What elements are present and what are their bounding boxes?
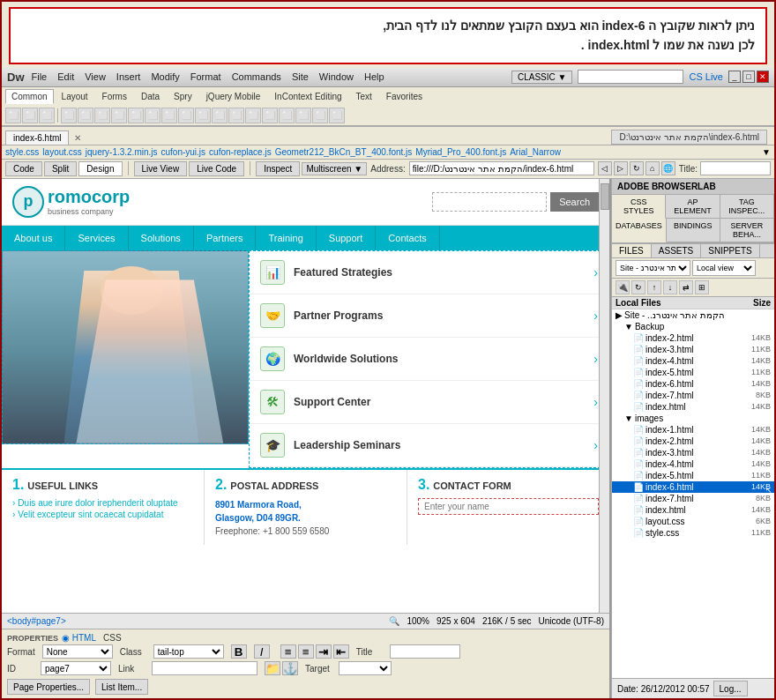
sidebar-support[interactable]: 🛠 Support Center › [250,381,608,424]
tab-assets[interactable]: ASSETS [652,244,701,257]
tree-index7[interactable]: 📄 index-7.html 8KB [612,493,774,504]
view-code[interactable]: Code [5,161,42,176]
addr-back-btn[interactable]: ◁ [598,161,612,175]
view-select[interactable]: Local view [692,260,756,276]
tb-icon-7[interactable]: ⬜ [111,108,127,123]
tab-forms[interactable]: Forms [96,89,133,104]
tab-bindings[interactable]: BINDINGS [667,219,720,242]
nav-about[interactable]: About us [2,226,65,250]
tb-icon-11[interactable]: ⬜ [178,108,194,123]
tab-data[interactable]: Data [135,89,166,104]
title-search-input[interactable] [578,70,683,84]
menu-format[interactable]: Format [190,71,221,82]
tree-index5[interactable]: 📄 index-5.html 11KB [612,470,774,481]
nav-contacts[interactable]: Contacts [376,226,439,250]
format-select[interactable]: None [42,644,113,659]
tab-text[interactable]: Text [350,89,378,104]
view-design[interactable]: Design [78,161,122,176]
menu-modify[interactable]: Modify [151,71,179,82]
menu-view[interactable]: View [85,71,106,82]
tree-index1[interactable]: 📄 index-1.html 14KB [612,424,774,436]
script-myriad[interactable]: Myriad_Pro_400.font.js [415,147,506,157]
contact-name-input[interactable] [418,498,599,515]
script-geometr[interactable]: Geometr212_BkCn_BT_400.font.js [275,147,413,157]
tree-site-root[interactable]: ▶ Site - ..הקמת אתר אינטרנ [612,309,774,321]
tb-icon-6[interactable]: ⬜ [94,108,110,123]
tb-icon-20[interactable]: ⬜ [329,108,345,123]
view-live-code[interactable]: Live Code [189,161,244,176]
sidebar-worldwide[interactable]: 🌍 Worldwide Solutions › [250,338,608,381]
nav-partners[interactable]: Partners [194,226,257,250]
connect-btn[interactable]: 🔌 [616,280,630,294]
multiscreen-button[interactable]: Multiscreen ▼ [302,162,367,175]
indent-button[interactable]: ⇥ [316,644,332,659]
close-file-tab-icon[interactable]: ✕ [69,131,86,145]
stylesheet-style[interactable]: style.css [5,147,39,157]
footer-link-1[interactable]: Duis aue irure dolor irephenderit olupta… [12,498,193,508]
addr-home-btn[interactable]: ⌂ [645,161,660,175]
tb-icon-1[interactable]: ⬜ [5,108,21,123]
address-input[interactable] [409,161,594,175]
target-select[interactable] [339,661,392,675]
bold-button[interactable]: B [231,644,247,659]
tree-index7-backup[interactable]: 📄 index-7.html 8KB [612,390,774,401]
list-item-button[interactable]: List Item... [95,679,148,695]
menu-commands[interactable]: Commands [232,71,281,82]
minimize-button[interactable]: _ [728,71,741,83]
tree-index3[interactable]: 📄 index-3.html 14KB [612,447,774,458]
html-tab[interactable]: ◉ HTML [62,633,96,643]
tab-css-styles[interactable]: CSS STYLES [612,195,666,219]
sidebar-featured[interactable]: 📊 Featured Strategies › [250,251,608,294]
css-tab[interactable]: CSS [103,633,122,643]
view-split[interactable]: Split [44,161,77,176]
menu-window[interactable]: Window [319,71,354,82]
get-btn[interactable]: ↓ [663,280,677,294]
menu-edit[interactable]: Edit [57,71,74,82]
script-jquery[interactable]: jquery-1.3.2.min.js [86,147,158,157]
addr-forward-btn[interactable]: ▷ [614,161,628,175]
tb-icon-18[interactable]: ⬜ [295,108,311,123]
unordered-list-button[interactable]: ≡ [280,644,296,659]
menu-site[interactable]: Site [292,71,309,82]
site-select[interactable]: Site - אתר אינטרנ... [616,260,690,276]
tb-icon-12[interactable]: ⬜ [195,108,211,123]
link-anchor-btn[interactable]: ⚓ [282,661,298,675]
tree-index5-backup[interactable]: 📄 index-5.html 11KB [612,367,774,378]
tree-style-css[interactable]: 📄 style.css 11KB [612,527,774,539]
tb-icon-16[interactable]: ⬜ [262,108,278,123]
stylesheet-layout[interactable]: layout.css [42,147,81,157]
cs-live-button[interactable]: CS Live [689,71,723,82]
styles-menu-btn[interactable]: ▼ [762,147,771,157]
maximize-button[interactable]: □ [742,71,755,83]
id-select[interactable]: page7 [41,661,111,675]
italic-button[interactable]: I [254,644,270,659]
tab-common[interactable]: Common [5,89,54,104]
tb-icon-13[interactable]: ⬜ [212,108,228,123]
menu-help[interactable]: Help [364,71,384,82]
tb-icon-2[interactable]: ⬜ [22,108,38,123]
expand-btn[interactable]: ⊞ [695,280,709,294]
tree-index6-backup[interactable]: 📄 index-6.html 14KB [612,378,774,390]
tree-index4[interactable]: 📄 index-4.html 14KB [612,458,774,470]
vertical-scrollbar[interactable] [599,179,609,613]
tree-index2-backup[interactable]: 📄 index-2.html 14KB [612,332,774,344]
nav-services[interactable]: Services [65,226,128,250]
put-btn[interactable]: ↑ [647,280,661,294]
outdent-button[interactable]: ⇤ [333,644,349,659]
browserlab-tab[interactable]: ADOBE BROWSERLAB [612,179,774,195]
footer-link-2[interactable]: Velit excepteur sint ocaecat cupidatat [12,510,193,519]
scroll-thumb[interactable] [601,183,609,210]
tab-layout[interactable]: Layout [56,89,94,104]
tree-layout-css[interactable]: 📄 layout.css 6KB [612,516,774,527]
search-button[interactable]: Search [550,192,599,212]
addr-globe-btn[interactable]: 🌐 [661,161,675,175]
nav-solutions[interactable]: Solutions [129,226,194,250]
tree-index4-backup[interactable]: 📄 index-4.html 14KB [612,355,774,367]
tb-icon-14[interactable]: ⬜ [228,108,244,123]
tree-backup-folder[interactable]: ▼ Backup [612,321,774,332]
link-input[interactable] [152,661,257,675]
sidebar-partner[interactable]: 🤝 Partner Programs › [250,294,608,338]
sync-btn[interactable]: ⇄ [679,280,693,294]
tb-icon-3[interactable]: ⬜ [39,108,55,123]
sidebar-leadership[interactable]: 🎓 Leadership Seminars › [250,424,608,467]
